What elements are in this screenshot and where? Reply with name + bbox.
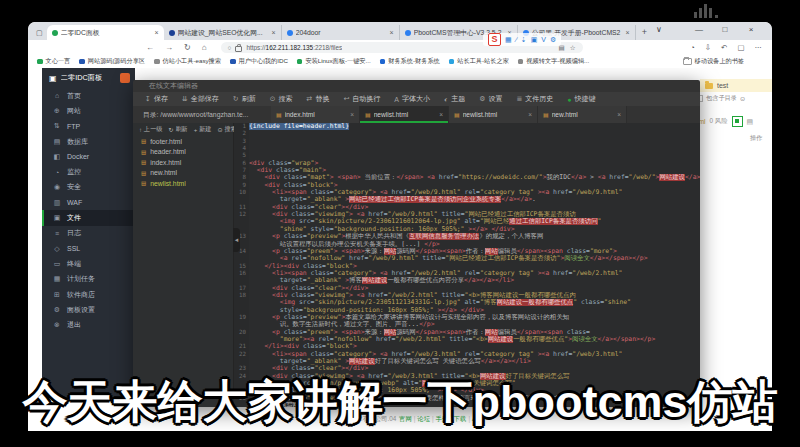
editor-file-tab[interactable]: ▤newlist.html× [449,106,538,123]
notification-badge[interactable] [120,73,130,83]
minimize-button[interactable]: — [686,25,712,34]
sidebar-item[interactable]: ▤数据库 [42,134,135,149]
sidebar-item[interactable]: ⌂首页 [42,88,135,103]
editor-toolbar-button[interactable]: ●快捷键 [567,94,595,104]
editor-file-tab[interactable]: ▤new.html× [538,106,627,123]
ime-logo-icon[interactable]: S [488,33,501,46]
tree-file-item[interactable]: ▤newlist.html [133,178,233,189]
refresh-button[interactable]: ↻ [184,43,191,52]
sidebar-item[interactable]: ≡日志 [42,226,135,241]
sidebar-item[interactable]: ◧Docker [42,149,135,164]
bookmark-item[interactable]: 安装Linux面板-一键安... [297,57,371,66]
sidebar-item[interactable]: ⊗退出 [42,317,135,332]
tree-file-item[interactable]: ▤footer.html [133,136,233,147]
bookmark-item[interactable]: 网站源码|源码分享区 [79,57,145,66]
tree-toolbar-button[interactable]: ↻刷新 [168,125,187,134]
ime-icon[interactable]: ▦ [505,36,512,44]
sidebar-item[interactable]: ▥WAF [42,195,135,210]
sidebar-item-icon: ▤ [53,138,61,146]
editor-file-tab[interactable]: ▤newlist.html× [360,106,449,123]
sidebar-item[interactable]: ▣文件 [42,210,135,225]
close-button[interactable]: × [738,25,764,34]
sidebar-item[interactable]: ◉安全 [42,180,135,195]
line-number: 5 [234,152,249,159]
tab-close-icon[interactable]: × [272,29,276,36]
sidebar-item-label: 计划任务 [67,274,95,284]
editor-toolbar-button[interactable]: ◐主题 [444,94,465,104]
tab-close-icon[interactable]: × [390,29,394,36]
editor-toolbar-button[interactable]: ↻刷新 [233,94,256,104]
file-row-test-folder[interactable]: test [700,79,772,92]
bookmark-item[interactable]: 用户中心|我的IDC [230,57,288,66]
file-tree-toolbar: ↑上一级↻刷新+新建⊙搜索 [133,123,233,136]
sidebar-item[interactable]: ◔监控 [42,164,135,179]
browser-tab[interactable]: 网站建设_网站SEO优化网...× [164,25,282,40]
menu-icon[interactable]: ▤ [747,118,754,126]
forward-button[interactable]: → [165,43,173,52]
editor-toolbar-button[interactable]: ⇊全部保存 [182,94,219,104]
ime-icon[interactable]: V [541,36,546,43]
tab-actions-icon[interactable]: ▢ [36,29,43,37]
editor-toolbar-button[interactable]: ⊙搜索 [270,94,293,104]
tree-file-item[interactable]: ▤new.html [133,168,233,179]
history-icon[interactable]: ↶ [721,43,727,52]
file-icon: ▤ [141,138,146,144]
file-tab-close-icon[interactable]: × [350,111,354,118]
tree-toolbar-button[interactable]: ↑上一级 [139,125,162,134]
ime-icon[interactable]: ∕ [516,36,517,43]
file-tab-close-icon[interactable]: × [439,111,443,118]
tab-close-icon[interactable]: × [155,29,159,36]
browser-tab[interactable]: 204door× [282,25,400,40]
browser-tab[interactable]: 二零IDC面板× [47,25,164,40]
sidebar-item[interactable]: ◇SSL [42,241,135,256]
bookmark-folder-mobile[interactable]: 移动设备上的书签 [683,57,745,66]
sidebar-item[interactable]: ⊞软件商店 [42,287,135,302]
bookmark-label: 视频转文字-视频编辑... [526,57,589,66]
tree-file-item[interactable]: ▤header.html [133,147,233,158]
editor-toolbar-button[interactable]: A字体大小 [394,94,430,104]
tab-chevron-icon[interactable]: ∨ [646,25,672,34]
tree-toolbar-button[interactable]: +新建 [194,125,212,134]
file-tab-close-icon[interactable]: × [528,111,532,118]
tree-file-item[interactable]: ▤index.html [133,157,233,168]
bookmark-item[interactable]: 仿站小工具-easy搜索 [154,57,221,66]
bookmark-star-icon[interactable]: ☆ [570,44,576,52]
sidebar-item[interactable]: ⇅FTP [42,119,135,134]
search-icon[interactable]: ⊙ [740,95,745,102]
editor-file-tab[interactable]: ▤index.html× [271,106,360,123]
sidebar-item[interactable]: ⚙面板设置 [42,302,135,317]
include-subdir-label: 包含子目录 [706,94,737,103]
editor-toolbar-button[interactable]: ⚙设置 [479,94,502,104]
downloads-icon[interactable]: ⇩ [705,43,711,52]
tree-collapse-handle[interactable]: ◂ [233,228,240,252]
code-line: </li><div class="block"> [249,343,700,350]
home-button[interactable]: ⌂ [202,43,207,52]
extensions-icon[interactable]: ▢ [737,43,744,52]
include-subdir-option[interactable]: 包含子目录 ⊙ [696,94,745,103]
editor-toolbar-button[interactable]: ≣文件历史 [516,94,553,104]
bookmark-item[interactable]: 站长工具-站长之家 [449,57,509,66]
editor-toolbar-button[interactable]: ↧保存 [145,94,168,104]
ime-icon[interactable]: ⇣ [521,36,527,44]
file-tab-close-icon[interactable]: × [617,111,621,118]
ime-icon[interactable]: ⚙ [550,36,556,44]
sidebar-item[interactable]: ⊕网站 [42,103,135,118]
sidebar-item[interactable]: ▭终端 [42,256,135,271]
editor-toolbar-button[interactable]: ⇄替换 [307,94,330,104]
bookmark-item[interactable]: 财务系统-财务系统 [380,57,440,66]
code-row: target="_ablank" >网站已经通过工信部ICP备案是否须访问企业系… [234,196,700,203]
sidebar-item-label: FTP [67,123,80,130]
back-button[interactable]: ← [146,43,154,52]
selected-checkbox[interactable] [732,116,743,127]
tab-close-icon[interactable]: × [626,29,630,36]
bookmark-item[interactable]: 视频转文字-视频编辑... [518,57,589,66]
ime-icon[interactable]: ▣ [531,36,538,44]
maximize-button[interactable]: □ [712,25,738,34]
menu-icon[interactable]: ⋯ [755,43,763,52]
profile-icon[interactable]: ◔ [690,43,695,52]
editor-toolbar-button[interactable]: ↩自动换行 [343,94,380,104]
sidebar-item[interactable]: ▦计划任务 [42,272,135,287]
code-editor[interactable]: 1{include file=header.html}23456<div cla… [234,123,700,407]
bookmark-item[interactable]: 文心一言 [37,57,70,66]
site-info-icon[interactable]: ○ [228,44,232,51]
